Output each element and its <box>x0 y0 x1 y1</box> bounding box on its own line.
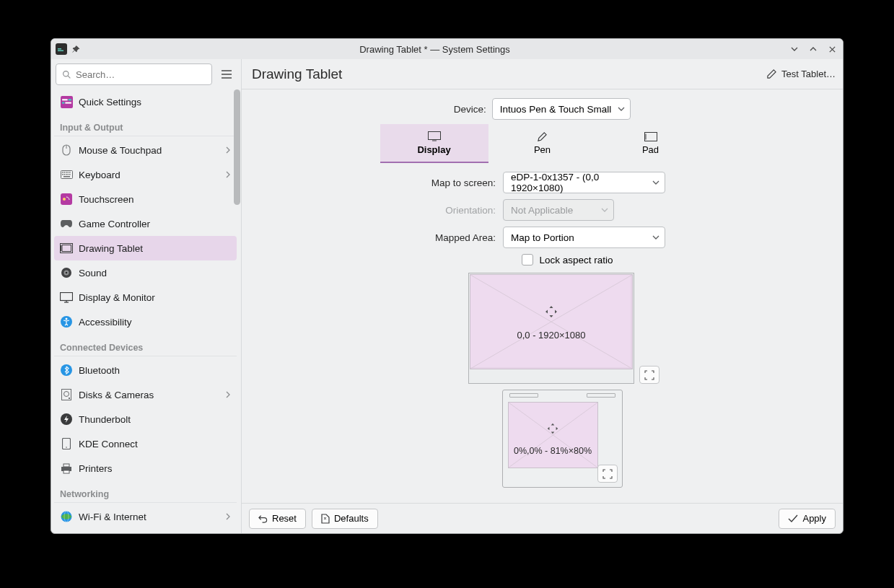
device-label: Device: <box>454 104 486 115</box>
tablet-mapping-preview[interactable]: 0%,0% - 81%×80% <box>502 390 623 488</box>
svg-rect-40 <box>69 398 70 399</box>
map-to-screen-select[interactable]: eDP-1-0x1357 - (0,0 1920×1080) <box>503 172 665 193</box>
svg-point-43 <box>66 447 67 448</box>
tab-pad[interactable]: Pad <box>597 124 705 163</box>
titlebar: Drawing Tablet * — System Settings <box>51 39 843 59</box>
sidebar-item-label: Sound <box>79 268 231 278</box>
mapped-area-select[interactable]: Map to Portion <box>503 227 665 248</box>
fullscreen-icon <box>644 370 654 380</box>
pen-icon <box>536 131 549 142</box>
chevron-down-icon <box>652 180 659 185</box>
maximize-button[interactable] <box>807 43 820 56</box>
sidebar-item-label: Mouse & Touchpad <box>79 145 219 156</box>
sidebar: Quick Settings Input & Output Mouse & To… <box>51 59 242 533</box>
svg-rect-51 <box>644 132 657 141</box>
sidebar-item-sound[interactable]: Sound <box>54 260 237 285</box>
sidebar-item-disks-cameras[interactable]: Disks & Cameras <box>54 382 237 407</box>
screen-fullscreen-button[interactable] <box>639 366 659 384</box>
sidebar-item-label: Quick Settings <box>79 97 231 107</box>
svg-rect-15 <box>66 172 67 173</box>
sidebar-item-label: Game Controller <box>79 219 231 229</box>
lock-aspect-ratio-checkbox[interactable] <box>522 254 533 266</box>
close-button[interactable] <box>825 43 838 56</box>
chevron-down-icon <box>618 106 625 112</box>
sidebar-item-label: Wi-Fi & Internet <box>79 512 219 522</box>
map-to-screen-label: Map to screen: <box>431 177 496 188</box>
minimize-button[interactable] <box>788 43 801 56</box>
reset-button[interactable]: Reset <box>249 509 306 529</box>
device-select[interactable]: Intuos Pen & Touch Small <box>492 98 631 120</box>
pencil-icon <box>766 69 777 79</box>
sidebar-scrollbar[interactable] <box>233 89 241 533</box>
search-input[interactable] <box>56 63 212 85</box>
sidebar-item-label: Touchscreen <box>79 194 231 205</box>
sidebar-item-quick-settings[interactable]: Quick Settings <box>54 89 237 114</box>
svg-rect-23 <box>63 176 70 177</box>
sidebar-item-mouse-touchpad[interactable]: Mouse & Touchpad <box>54 138 237 162</box>
undo-icon <box>258 514 268 523</box>
sidebar-item-label: Disks & Cameras <box>79 390 219 400</box>
app-menu-icon[interactable] <box>56 43 67 55</box>
move-icon <box>545 421 560 436</box>
sidebar-item-label: KDE Connect <box>79 439 231 449</box>
category-networking: Networking <box>54 483 237 503</box>
sidebar-item-label: Bluetooth <box>79 365 231 376</box>
page-title: Drawing Tablet <box>252 66 342 82</box>
sidebar-item-drawing-tablet[interactable]: Drawing Tablet <box>54 236 237 260</box>
sidebar-item-touchscreen[interactable]: Touchscreen <box>54 187 237 211</box>
settings-window: Drawing Tablet * — System Settings <box>51 38 843 534</box>
svg-rect-49 <box>428 132 440 140</box>
sidebar-item-thunderbolt[interactable]: Thunderbolt <box>54 407 237 431</box>
sidebar-item-wifi-internet[interactable]: Wi-Fi & Internet <box>54 504 237 529</box>
globe-icon <box>60 510 73 523</box>
sidebar-item-printers[interactable]: Printers <box>54 456 237 481</box>
svg-rect-18 <box>62 174 63 175</box>
chevron-right-icon <box>225 513 231 520</box>
tab-display[interactable]: Display <box>380 124 488 163</box>
tab-label: Display <box>417 144 450 155</box>
sidebar-item-keyboard[interactable]: Keyboard <box>54 162 237 187</box>
sidebar-item-display-monitor[interactable]: Display & Monitor <box>54 285 237 310</box>
quick-settings-icon <box>60 95 73 108</box>
svg-rect-2 <box>58 51 63 52</box>
svg-rect-9 <box>65 102 71 103</box>
tablet-fullscreen-button[interactable] <box>597 465 618 483</box>
sidebar-item-label: Thunderbolt <box>79 414 231 425</box>
screen-mapping-label: 0,0 - 1920×1080 <box>470 330 632 341</box>
category-input-output: Input & Output <box>54 117 237 136</box>
game-controller-icon <box>60 217 73 230</box>
document-icon <box>321 514 330 524</box>
disks-icon <box>60 388 73 401</box>
sound-icon <box>60 266 73 279</box>
screen-mapping-preview[interactable]: 0,0 - 1920×1080 <box>468 273 634 384</box>
footer: Reset Defaults Apply <box>242 503 843 533</box>
sidebar-item-kde-connect[interactable]: KDE Connect <box>54 431 237 456</box>
tabs: Display Pen Pad <box>250 124 834 163</box>
category-connected-devices: Connected Devices <box>54 337 237 356</box>
svg-rect-13 <box>62 172 63 173</box>
sidebar-item-bluetooth[interactable]: Bluetooth <box>54 358 237 382</box>
orientation-select: Not Applicable <box>503 199 614 221</box>
sidebar-item-game-controller[interactable]: Game Controller <box>54 211 237 236</box>
thunderbolt-icon <box>60 413 73 426</box>
svg-point-39 <box>64 392 69 397</box>
defaults-button[interactable]: Defaults <box>312 509 378 529</box>
printers-icon <box>60 462 73 475</box>
hamburger-menu[interactable] <box>216 64 237 84</box>
sidebar-item-accessibility[interactable]: Accessibility <box>54 310 237 334</box>
apply-button[interactable]: Apply <box>779 509 836 529</box>
main-panel: Drawing Tablet Test Tablet… Device: Intu… <box>242 59 843 533</box>
test-tablet-label: Test Tablet… <box>781 69 836 79</box>
tab-pen[interactable]: Pen <box>488 124 597 163</box>
svg-point-31 <box>66 272 68 274</box>
mouse-icon <box>60 144 73 157</box>
svg-point-3 <box>63 71 69 76</box>
pin-icon[interactable] <box>70 43 82 55</box>
tab-label: Pen <box>534 144 551 155</box>
chevron-right-icon <box>225 171 231 178</box>
touchscreen-icon <box>60 193 73 206</box>
svg-rect-22 <box>69 174 71 175</box>
test-tablet-button[interactable]: Test Tablet… <box>766 69 836 79</box>
lock-aspect-ratio-label: Lock aspect ratio <box>539 255 613 266</box>
search-icon <box>62 70 71 79</box>
